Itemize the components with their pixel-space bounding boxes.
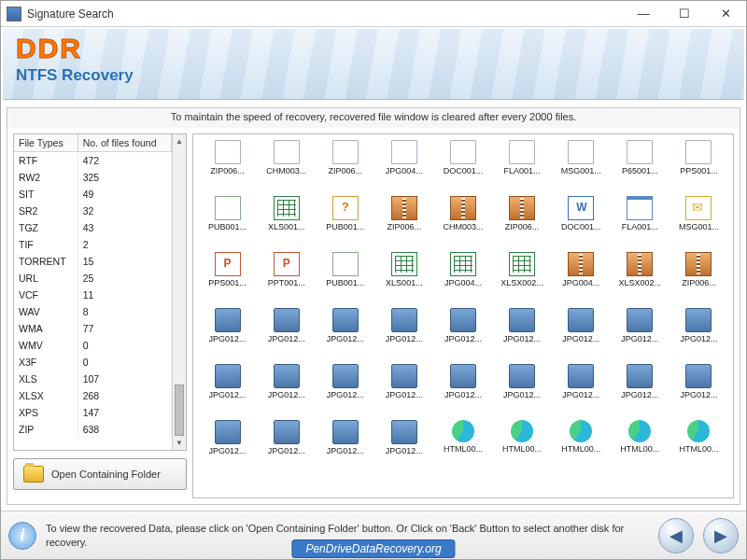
table-row[interactable]: WMA77 xyxy=(14,320,172,337)
file-item[interactable]: PUB001... xyxy=(317,252,374,304)
file-item[interactable]: ZIP006... xyxy=(494,196,551,248)
file-item[interactable]: JPG012... xyxy=(258,420,315,472)
file-item[interactable]: DOC001... xyxy=(553,196,610,248)
table-row[interactable]: VCF11 xyxy=(14,287,172,303)
file-item[interactable]: FLA001... xyxy=(494,140,551,192)
file-item[interactable]: JPG012... xyxy=(434,364,491,416)
table-row[interactable]: XLS107 xyxy=(14,371,172,387)
file-item[interactable]: PPT001... xyxy=(258,252,315,304)
file-item[interactable]: JPG012... xyxy=(317,364,374,416)
table-row[interactable]: WAV8 xyxy=(14,303,172,320)
file-item[interactable]: DOC001... xyxy=(434,140,491,192)
file-item[interactable]: JPG012... xyxy=(434,308,491,360)
table-row[interactable]: TORRENT15 xyxy=(14,253,172,270)
file-label: CHM003... xyxy=(266,166,306,175)
file-types-table-wrap: File Types No. of files found RTF472RW23… xyxy=(13,133,187,451)
file-item[interactable]: JPG012... xyxy=(375,420,432,472)
table-row[interactable]: URL25 xyxy=(14,270,172,287)
file-label: ZIP006... xyxy=(329,166,363,175)
note-icon xyxy=(627,196,653,220)
file-item[interactable]: PPS001... xyxy=(670,140,727,192)
table-row[interactable]: TGZ43 xyxy=(14,219,172,236)
file-label: ZIP006... xyxy=(682,278,716,287)
col-header-count[interactable]: No. of files found xyxy=(78,134,171,152)
file-item[interactable]: PPS001... xyxy=(199,252,256,304)
file-item[interactable]: JPG012... xyxy=(199,364,256,416)
table-row[interactable]: SR232 xyxy=(14,203,172,219)
file-item[interactable]: HTML00... xyxy=(612,420,669,472)
ppt-icon xyxy=(215,252,241,276)
file-item[interactable]: JPG012... xyxy=(258,364,315,416)
file-item[interactable]: MSG001... xyxy=(553,140,610,192)
table-scrollbar[interactable]: ▲ ▼ xyxy=(172,134,186,450)
file-item[interactable]: JPG012... xyxy=(494,308,551,360)
jpg-icon xyxy=(274,364,300,388)
page-icon xyxy=(685,140,712,164)
table-row[interactable]: XPS147 xyxy=(14,404,172,421)
col-header-type[interactable]: File Types xyxy=(14,134,78,152)
file-item[interactable]: JPG012... xyxy=(670,308,727,360)
table-row[interactable]: X3F0 xyxy=(14,354,172,371)
file-item[interactable]: JPG012... xyxy=(317,420,374,472)
file-item[interactable]: PUB001... xyxy=(317,196,374,248)
open-containing-folder-button[interactable]: Open Containing Folder xyxy=(13,458,187,490)
file-item[interactable]: FLA001... xyxy=(612,196,669,248)
file-item[interactable]: JPG012... xyxy=(258,308,315,360)
file-item[interactable]: HTML00... xyxy=(670,420,727,472)
file-item[interactable]: JPG004... xyxy=(553,252,610,304)
file-item[interactable]: ZIP006... xyxy=(670,252,727,304)
next-button[interactable]: ▶ xyxy=(703,518,739,553)
zip-icon xyxy=(509,196,535,220)
file-item[interactable]: ZIP006... xyxy=(375,196,432,248)
back-button[interactable]: ◀ xyxy=(658,518,694,553)
file-label: JPG012... xyxy=(621,334,658,343)
file-item[interactable]: ZIP006... xyxy=(199,140,256,192)
close-button[interactable]: ✕ xyxy=(705,1,746,27)
file-item[interactable]: CHM003... xyxy=(434,196,491,248)
file-item[interactable]: PUB001... xyxy=(199,196,256,248)
file-item[interactable]: P65001... xyxy=(612,140,669,192)
file-item[interactable]: MSG001... xyxy=(670,196,727,248)
file-item[interactable]: JPG012... xyxy=(317,308,374,360)
file-item[interactable]: JPG012... xyxy=(199,308,256,360)
file-item[interactable]: HTML00... xyxy=(434,420,491,472)
file-item[interactable]: HTML00... xyxy=(494,420,551,472)
file-item[interactable]: JPG012... xyxy=(199,420,256,472)
file-label: JPG012... xyxy=(327,446,364,455)
file-item[interactable]: XLS001... xyxy=(258,196,315,248)
file-item[interactable]: ZIP006... xyxy=(317,140,374,192)
file-item[interactable]: XLS001... xyxy=(375,252,432,304)
file-item[interactable]: JPG012... xyxy=(375,308,432,360)
file-item[interactable]: XLSX002... xyxy=(494,252,551,304)
file-item[interactable]: JPG012... xyxy=(612,364,669,416)
cell-type: X3F xyxy=(14,354,78,371)
jpg-icon xyxy=(509,364,535,388)
file-item[interactable]: JPG012... xyxy=(494,364,551,416)
scroll-up-icon[interactable]: ▲ xyxy=(173,134,186,148)
file-label: MSG001... xyxy=(561,166,601,175)
minimize-button[interactable]: — xyxy=(623,1,664,27)
table-row[interactable]: RTF472 xyxy=(14,152,172,169)
file-item[interactable]: JPG004... xyxy=(375,140,432,192)
file-item[interactable]: JPG004... xyxy=(434,252,491,304)
file-item[interactable]: JPG012... xyxy=(553,364,610,416)
scroll-thumb[interactable] xyxy=(175,385,184,436)
table-row[interactable]: ZIP638 xyxy=(14,421,172,438)
scroll-down-icon[interactable]: ▼ xyxy=(173,436,186,450)
file-item[interactable]: JPG012... xyxy=(612,308,669,360)
table-row[interactable]: RW2325 xyxy=(14,169,172,186)
file-label: HTML00... xyxy=(502,444,542,454)
table-row[interactable]: SIT49 xyxy=(14,186,172,203)
jpg-icon xyxy=(627,308,653,332)
file-label: PPT001... xyxy=(268,278,305,287)
file-item[interactable]: XLSX002... xyxy=(612,252,669,304)
table-row[interactable]: WMV0 xyxy=(14,337,172,354)
maximize-button[interactable]: ☐ xyxy=(664,1,705,27)
file-item[interactable]: HTML00... xyxy=(553,420,610,472)
table-row[interactable]: XLSX268 xyxy=(14,387,172,404)
table-row[interactable]: TIF2 xyxy=(14,236,172,253)
file-item[interactable]: JPG012... xyxy=(553,308,610,360)
file-item[interactable]: JPG012... xyxy=(375,364,432,416)
file-item[interactable]: JPG012... xyxy=(670,364,727,416)
file-item[interactable]: CHM003... xyxy=(258,140,315,192)
